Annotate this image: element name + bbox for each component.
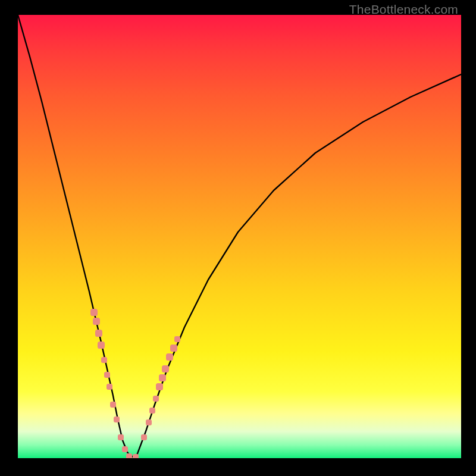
data-marker <box>133 454 139 458</box>
data-marker <box>122 446 128 452</box>
data-marker <box>149 408 155 414</box>
data-marker <box>156 383 163 390</box>
data-marker <box>101 357 107 363</box>
data-marker <box>110 402 116 408</box>
curve-layer <box>18 15 461 458</box>
data-marker <box>95 330 102 337</box>
data-marker <box>126 453 132 458</box>
data-marker <box>114 416 120 422</box>
data-marker <box>159 374 166 381</box>
data-marker <box>93 318 100 325</box>
data-marker <box>174 336 180 342</box>
data-marker <box>90 309 98 316</box>
plot-area <box>18 15 461 458</box>
data-marker <box>166 353 173 361</box>
data-marker <box>141 434 147 440</box>
data-marker <box>98 342 105 349</box>
data-marker <box>146 419 152 425</box>
bottleneck-curve <box>18 15 461 457</box>
watermark-text: TheBottleneck.com <box>349 2 458 17</box>
outer-frame: TheBottleneck.com <box>0 0 476 476</box>
data-marker <box>162 365 169 372</box>
data-marker <box>170 345 177 352</box>
data-marker <box>104 372 110 378</box>
data-marker <box>107 384 112 390</box>
data-marker <box>153 396 159 402</box>
data-marker <box>118 434 124 440</box>
